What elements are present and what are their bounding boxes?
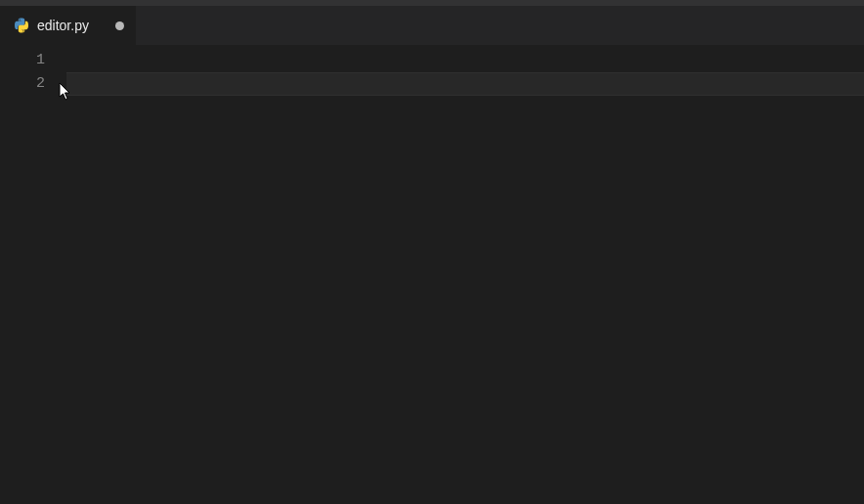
gutter: 1 2	[0, 45, 66, 504]
editor-area[interactable]: 1 2	[0, 45, 864, 504]
python-icon	[14, 18, 29, 33]
line-number: 1	[0, 49, 66, 72]
code-content[interactable]	[66, 45, 864, 504]
tab-editor-py[interactable]: editor.py	[0, 6, 137, 45]
tab-bar: editor.py	[0, 6, 864, 45]
code-line[interactable]	[66, 49, 864, 72]
code-line-active[interactable]	[66, 72, 864, 96]
tab-filename: editor.py	[37, 18, 100, 33]
line-number: 2	[0, 72, 66, 96]
modified-indicator-icon[interactable]	[115, 21, 124, 30]
